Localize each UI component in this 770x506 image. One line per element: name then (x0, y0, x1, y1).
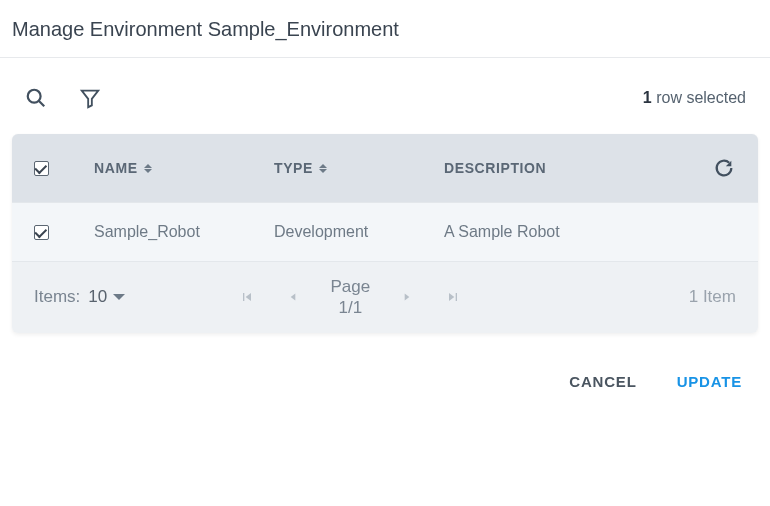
item-count: 1 Item (689, 287, 736, 307)
pagination: Page 1/1 (238, 276, 462, 319)
svg-point-0 (28, 90, 41, 103)
filter-icon[interactable] (78, 86, 102, 110)
column-header-type[interactable]: TYPE (274, 160, 327, 176)
toolbar: 1 row selected (12, 86, 758, 134)
page-label-bottom: 1/1 (330, 297, 370, 318)
sort-icon (319, 164, 327, 173)
update-button[interactable]: UPDATE (677, 373, 742, 390)
cancel-button[interactable]: CANCEL (569, 373, 636, 390)
select-all-checkbox[interactable] (34, 161, 49, 176)
search-icon[interactable] (24, 86, 48, 110)
sort-icon (144, 164, 152, 173)
refresh-icon[interactable] (712, 156, 736, 180)
row-selected-label: 1 row selected (643, 89, 746, 107)
page-first-button[interactable] (238, 288, 256, 306)
items-label: Items: (34, 287, 80, 307)
column-header-description: DESCRIPTION (444, 160, 546, 176)
row-selected-count: 1 (643, 89, 652, 106)
column-header-type-label: TYPE (274, 160, 313, 176)
items-per-page-dropdown[interactable]: 10 (88, 287, 125, 307)
divider (0, 57, 770, 58)
chevron-down-icon (113, 294, 125, 300)
cell-type: Development (274, 223, 444, 241)
items-per-page-value: 10 (88, 287, 107, 307)
column-header-name[interactable]: NAME (94, 160, 152, 176)
svg-line-1 (39, 101, 45, 107)
page-indicator: Page 1/1 (330, 276, 370, 319)
row-checkbox[interactable] (34, 225, 49, 240)
robots-table: NAME TYPE DESCRIPTION (12, 134, 758, 333)
cell-name: Sample_Robot (94, 223, 274, 241)
page-prev-button[interactable] (284, 288, 302, 306)
page-next-button[interactable] (398, 288, 416, 306)
page-label-top: Page (330, 276, 370, 297)
cell-description: A Sample Robot (444, 223, 696, 241)
table-header: NAME TYPE DESCRIPTION (12, 134, 758, 202)
row-selected-text: row selected (656, 89, 746, 106)
table-footer: Items: 10 Page 1/1 (12, 261, 758, 333)
table-row[interactable]: Sample_Robot Development A Sample Robot (12, 202, 758, 261)
dialog-actions: CANCEL UPDATE (12, 333, 758, 400)
page-last-button[interactable] (444, 288, 462, 306)
column-header-name-label: NAME (94, 160, 138, 176)
page-title: Manage Environment Sample_Environment (12, 10, 758, 57)
